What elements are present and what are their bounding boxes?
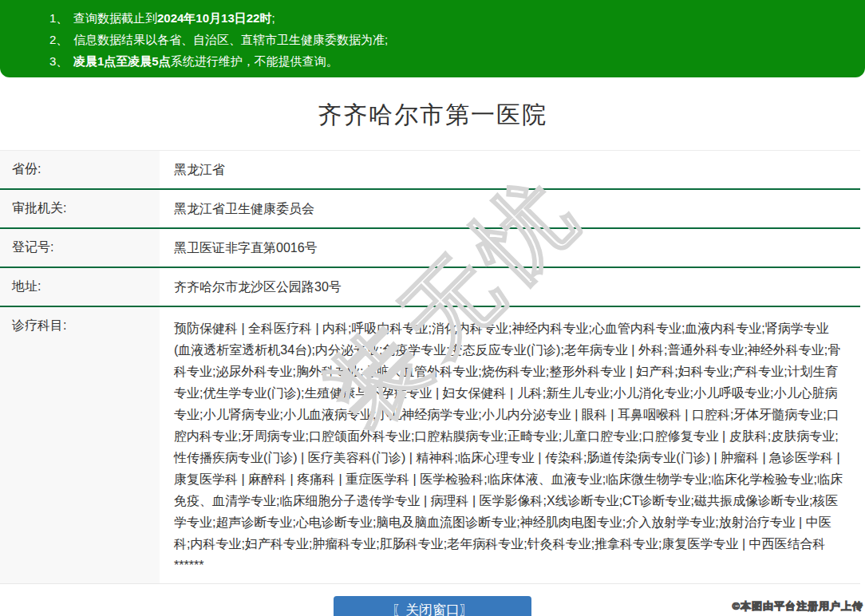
query-result-page: 1、 查询数据截止到2024年10月13日22时; 2、 信息数据结果以各省、自… — [0, 0, 865, 616]
notice-text-bold: 凌晨1点至凌晨5点 — [73, 54, 171, 68]
table-row-approval-authority: 审批机关: 黑龙江省卫生健康委员会 — [0, 190, 860, 229]
row-label: 诊疗科目: — [0, 307, 160, 583]
row-value: 预防保健科 | 全科医疗科 | 内科;呼吸内科专业;消化内科专业;神经内科专业;… — [160, 307, 860, 583]
notice-text-normal: 信息数据结果以各省、自治区、直辖市卫生健康委数据为准; — [73, 33, 388, 46]
row-value: 齐齐哈尔市龙沙区公园路30号 — [160, 268, 860, 306]
notice-number: 3、 — [49, 50, 73, 72]
notice-text: 信息数据结果以各省、自治区、直辖市卫生健康委数据为准; — [73, 29, 388, 50]
notice-text-normal: 查询数据截止到 — [73, 11, 157, 25]
notice-text: 凌晨1点至凌晨5点系统进行维护，不能提供查询。 — [73, 50, 338, 72]
row-label: 省份: — [0, 151, 160, 188]
close-window-button[interactable]: 〖关闭窗口〗 — [334, 596, 531, 616]
notice-text-normal: ; — [271, 11, 275, 25]
row-label: 审批机关: — [0, 190, 160, 227]
table-row-province: 省份: 黑龙江省 — [0, 151, 860, 190]
row-label: 地址: — [0, 268, 160, 306]
hospital-info-table: 省份: 黑龙江省 审批机关: 黑龙江省卫生健康委员会 登记号: 黑卫医证非字直第… — [0, 150, 860, 584]
row-label: 登记号: — [0, 229, 160, 267]
notice-line-2: 2、 信息数据结果以各省、自治区、直辖市卫生健康委数据为准; — [49, 29, 849, 50]
notice-text-normal: 系统进行维护，不能提供查询。 — [171, 54, 338, 68]
notice-line-1: 1、 查询数据截止到2024年10月13日22时; — [49, 7, 849, 29]
row-value: 黑卫医证非字直第0016号 — [160, 229, 860, 267]
notice-number: 2、 — [49, 29, 73, 50]
table-row-departments: 诊疗科目: 预防保健科 | 全科医疗科 | 内科;呼吸内科专业;消化内科专业;神… — [0, 307, 860, 584]
row-value: 黑龙江省 — [160, 151, 860, 188]
notice-line-3: 3、 凌晨1点至凌晨5点系统进行维护，不能提供查询。 — [49, 50, 849, 72]
table-row-address: 地址: 齐齐哈尔市龙沙区公园路30号 — [0, 268, 860, 307]
page-title: 齐齐哈尔市第一医院 — [0, 99, 865, 132]
notice-text: 查询数据截止到2024年10月13日22时; — [73, 7, 275, 29]
notice-number: 1、 — [49, 7, 73, 29]
table-row-registration-number: 登记号: 黑卫医证非字直第0016号 — [0, 229, 860, 268]
notice-text-bold: 2024年10月13日22时 — [157, 11, 271, 25]
button-container: 〖关闭窗口〗 — [0, 596, 865, 616]
row-value: 黑龙江省卫生健康委员会 — [160, 190, 860, 227]
notice-banner: 1、 查询数据截止到2024年10月13日22时; 2、 信息数据结果以各省、自… — [0, 0, 865, 77]
